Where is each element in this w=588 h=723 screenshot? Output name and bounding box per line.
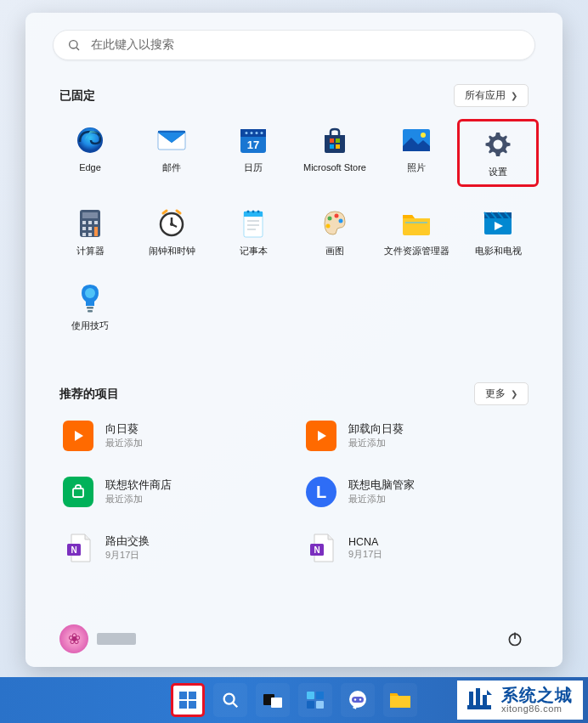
svg-rect-21 [88, 221, 92, 224]
app-tile-movies[interactable]: 电影和电视 [457, 202, 539, 262]
app-tile-calculator[interactable]: 计算器 [49, 202, 131, 262]
svg-point-31 [170, 223, 173, 226]
rec-item-lenovo-manager[interactable]: L 联想电脑管家最近添加 [302, 473, 529, 511]
app-tile-store[interactable]: Microsoft Store [294, 119, 376, 187]
taskbar-start-button[interactable] [171, 683, 205, 717]
svg-point-72 [359, 698, 361, 700]
app-tile-notepad[interactable]: 记事本 [212, 202, 294, 262]
svg-point-42 [339, 219, 343, 223]
calculator-icon [74, 207, 106, 240]
watermark-url: xitong86.com [501, 704, 573, 715]
svg-rect-65 [307, 692, 314, 699]
search-input[interactable]: 在此键入以搜索 [53, 30, 535, 60]
rec-item-hcna[interactable]: N HCNA9月17日 [302, 529, 529, 567]
watermark-title: 系统之城 [501, 686, 573, 704]
edge-icon [74, 124, 106, 156]
svg-point-16 [421, 133, 426, 138]
svg-point-8 [256, 132, 258, 134]
svg-rect-25 [82, 233, 86, 236]
svg-rect-59 [179, 701, 187, 709]
app-tile-calendar[interactable]: 17 日历 [212, 119, 294, 187]
svg-text:17: 17 [247, 138, 259, 151]
sunflower-icon [306, 421, 336, 451]
store-icon [319, 124, 351, 156]
svg-rect-60 [189, 701, 196, 709]
svg-rect-13 [330, 144, 334, 149]
svg-point-0 [70, 41, 77, 48]
svg-point-71 [354, 698, 356, 700]
recommended-list: 向日葵最近添加 卸载向日葵最近添加 联想软件商店最近添加 L 联想电脑管家最近添… [25, 417, 563, 567]
sunflower-icon [63, 421, 93, 451]
power-button[interactable] [505, 629, 525, 649]
chevron-right-icon: ❯ [511, 91, 517, 100]
svg-rect-12 [336, 138, 340, 143]
svg-rect-50 [73, 489, 83, 497]
watermark-logo-icon [464, 685, 495, 715]
svg-line-1 [76, 48, 79, 50]
app-tile-settings[interactable]: 设置 [457, 119, 539, 187]
app-tile-paint[interactable]: 画图 [294, 202, 376, 262]
rec-item-uninstall-sunflower[interactable]: 卸载向日葵最近添加 [302, 417, 529, 455]
svg-rect-26 [88, 233, 92, 236]
start-footer: ❀ [25, 611, 563, 667]
taskbar-explorer-button[interactable] [383, 683, 417, 717]
svg-rect-70 [352, 697, 364, 703]
svg-point-6 [246, 132, 248, 134]
app-tile-mail[interactable]: 邮件 [131, 119, 212, 187]
taskbar-search-button[interactable] [213, 683, 247, 717]
all-apps-button[interactable]: 所有应用 ❯ [454, 84, 529, 107]
svg-rect-66 [316, 692, 324, 699]
svg-point-47 [85, 288, 95, 298]
onenote-file-icon: N [63, 533, 93, 563]
svg-rect-44 [405, 222, 427, 223]
svg-rect-11 [330, 138, 334, 143]
user-name-blurred [97, 633, 136, 645]
paint-icon [319, 207, 351, 240]
svg-line-62 [233, 703, 237, 707]
movies-icon [482, 207, 514, 240]
svg-point-17 [494, 140, 503, 150]
search-icon [67, 38, 81, 52]
app-tile-clock[interactable]: 闹钟和时钟 [131, 202, 212, 262]
notepad-icon [237, 207, 269, 240]
svg-rect-20 [82, 221, 86, 224]
taskbar-taskview-button[interactable] [256, 683, 290, 717]
app-tile-photos[interactable]: 照片 [376, 119, 457, 187]
app-tile-tips[interactable]: 使用技巧 [49, 277, 131, 336]
start-menu: 在此键入以搜索 已固定 所有应用 ❯ Edge 邮件 17 [25, 13, 563, 667]
avatar-icon: ❀ [59, 624, 88, 653]
svg-rect-67 [307, 701, 314, 709]
lenovo-store-icon [63, 477, 93, 507]
svg-rect-68 [316, 701, 324, 709]
svg-text:N: N [71, 545, 76, 555]
svg-rect-24 [88, 227, 92, 230]
svg-point-43 [326, 224, 331, 229]
user-account-button[interactable]: ❀ [59, 624, 136, 653]
svg-rect-76 [483, 695, 487, 705]
rec-item-sunflower[interactable]: 向日葵最近添加 [59, 417, 286, 455]
app-tile-edge[interactable]: Edge [49, 119, 131, 187]
pinned-header: 已固定 所有应用 ❯ [25, 84, 563, 107]
svg-point-36 [257, 211, 260, 213]
app-tile-explorer[interactable]: 文件资源管理器 [376, 202, 457, 262]
svg-rect-57 [179, 692, 187, 699]
tips-icon [74, 282, 106, 314]
taskbar-chat-button[interactable] [341, 683, 375, 717]
svg-point-34 [247, 211, 250, 213]
svg-rect-19 [82, 212, 98, 218]
svg-rect-73 [467, 705, 491, 709]
more-button[interactable]: 更多 ❯ [474, 382, 529, 405]
svg-rect-74 [469, 692, 473, 705]
clock-icon [155, 207, 188, 240]
chevron-right-icon: ❯ [511, 389, 517, 398]
lenovo-manager-icon: L [306, 477, 336, 507]
rec-item-routing[interactable]: N 路由交换9月17日 [59, 529, 286, 567]
recommended-title: 推荐的项目 [59, 387, 119, 402]
svg-point-35 [252, 211, 255, 213]
svg-point-9 [261, 132, 263, 134]
rec-item-lenovo-store[interactable]: 联想软件商店最近添加 [59, 473, 286, 511]
recommended-header: 推荐的项目 更多 ❯ [25, 382, 563, 405]
taskbar-widgets-button[interactable] [298, 683, 332, 717]
svg-rect-49 [88, 310, 93, 313]
svg-rect-58 [189, 692, 196, 699]
